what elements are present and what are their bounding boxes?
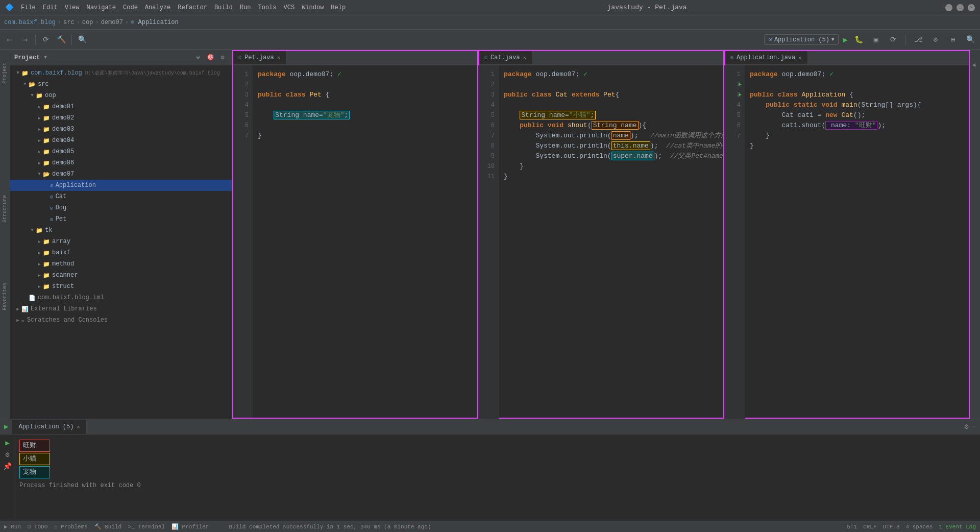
tree-demo01[interactable]: ▶ 📁 demo01 [10,101,232,112]
profiler-bottom-tab[interactable]: 📊 Profiler [172,524,209,530]
toolbar-btn-3[interactable]: ⟳ [39,33,53,46]
breadcrumb-oop[interactable]: oop [82,19,93,26]
menu-file[interactable]: File [18,3,39,12]
tree-tk[interactable]: ▼ 📁 tk [10,225,232,236]
breadcrumb-sep3: › [95,19,99,26]
run-minimize-btn[interactable]: ─ [972,422,976,431]
toolbar-btn-2[interactable]: ⟶ [18,33,32,46]
pet-tab-close[interactable]: ✕ [277,55,280,61]
menu-navigate[interactable]: Navigate [83,3,119,12]
debug-button[interactable]: 🐛 [852,33,865,46]
cat-tab-close[interactable]: ✕ [523,55,526,61]
tree-src[interactable]: ▼ 📂 src [10,79,232,90]
run-button[interactable]: ▶ [843,35,848,45]
tree-demo05[interactable]: ▶ 📁 demo05 [10,146,232,157]
breadcrumb-project[interactable]: com.baixf.blog [4,19,56,26]
tab-cat[interactable]: C Cat.java ✕ [478,50,533,64]
tree-pet[interactable]: ⊙ Pet [10,213,232,225]
tree-demo06[interactable]: ▶ 📁 demo06 [10,157,232,168]
menu-vcs[interactable]: VCS [281,3,298,12]
menu-edit[interactable]: Edit [40,3,61,12]
tree-demo02[interactable]: ▶ 📁 demo02 [10,112,232,124]
tree-root[interactable]: ▼ 📁 com.baixf.blog D:\桌面\寒假学习\Java\javas… [10,67,232,79]
editor-pane-pet: C Pet.java ✕ 1234567 package oop.demo07;… [232,50,478,419]
struct-icon: 📁 [43,283,50,290]
profile-button[interactable]: ⟳ [887,33,900,46]
settings-button[interactable]: ⚙ [929,33,942,46]
tab-pet[interactable]: C Pet.java ✕ [232,50,287,64]
notifications-label[interactable]: ⚑ [971,60,979,70]
tree-demo07[interactable]: ▼ 📂 demo07 [10,168,232,180]
breadcrumb-src[interactable]: src [63,19,75,26]
collapse-all-button[interactable]: ⊖ [193,53,203,63]
close-button[interactable]: ✕ [968,4,975,11]
toolbar-btn-1[interactable]: ⟵ [3,33,16,46]
cat-code-area[interactable]: package oop.demo07; ✓ public class Cat e… [499,65,724,419]
locate-file-button[interactable]: 🎯 [205,53,215,63]
tree-scratches[interactable]: ▶ ✏ Scratches and Consoles [10,315,232,326]
structure-side-label[interactable]: Structure [1,193,9,225]
tree-external-libs[interactable]: ▶ 📊 External Libraries [10,303,232,315]
tree-struct[interactable]: ▶ 📁 struct [10,281,232,292]
breadcrumb-current[interactable]: ⊙ Application [131,18,179,26]
run-settings-btn[interactable]: ⚙ [964,422,968,431]
tree-scanner[interactable]: ▶ 📁 scanner [10,270,232,281]
toolbar-sep-1 [35,35,36,45]
project-side-label[interactable]: Project [1,60,9,86]
breadcrumb-demo07[interactable]: demo07 [101,19,123,26]
run-stop-btn[interactable]: ⚙ [5,450,9,459]
vcs-button[interactable]: ⎇ [912,33,925,46]
iml-file-icon: 📄 [29,295,36,301]
menu-analyze[interactable]: Analyze [142,3,174,12]
favorites-side-label[interactable]: Favorites [1,281,9,312]
coverage-button[interactable]: ▣ [869,33,883,46]
run-config-selector[interactable]: ⊙ Application (5) ▼ [764,34,839,45]
todo-bottom-tab[interactable]: ☑ TODO [28,524,48,530]
menu-run[interactable]: Run [237,3,254,12]
run-again-btn[interactable]: ▶ [5,439,9,447]
menu-refactor[interactable]: Refactor [175,3,210,12]
menu-window[interactable]: Window [299,3,327,12]
tree-cat[interactable]: ⊙ Cat [10,191,232,202]
pet-code-area[interactable]: package oop.demo07; ✓ public class Pet {… [253,65,478,419]
tree-dog[interactable]: ⊙ Dog [10,202,232,213]
tree-method[interactable]: ▶ 📁 method [10,258,232,270]
run-config-dropdown-icon: ▼ [831,37,834,42]
tab-application[interactable]: ⊙ Application.java ✕ [724,50,808,64]
tree-demo04[interactable]: ▶ 📁 demo04 [10,135,232,146]
toolbar-search[interactable]: 🔍 [76,33,89,46]
tree-application[interactable]: ⊙ Application [10,180,232,191]
baixf-icon: 📁 [43,250,50,256]
layout-button[interactable]: ⊞ [946,33,960,46]
tree-array[interactable]: ▶ 📁 array [10,236,232,247]
panel-settings-button[interactable]: ⚙ [217,53,228,63]
menu-build[interactable]: Build [211,3,236,12]
output-xiaomao: 小猫 [19,453,50,465]
menu-view[interactable]: View [62,3,83,12]
terminal-bottom-tab[interactable]: >_ Terminal [128,524,165,530]
run-pin-btn[interactable]: 📌 [3,462,12,471]
tree-baixf[interactable]: ▶ 📁 baixf [10,247,232,258]
tab-run[interactable]: Application (5) ✕ [12,420,86,434]
menu-tools[interactable]: Tools [255,3,280,12]
app-code-area[interactable]: package oop.demo07; ✓ public class Appli… [745,65,970,419]
tree-iml[interactable]: 📄 com.baixf.blog.iml [10,292,232,303]
tree-demo03[interactable]: ▶ 📁 demo03 [10,124,232,135]
cat-label: Cat [56,193,67,200]
menu-help[interactable]: Help [328,3,349,12]
search-everywhere-button[interactable]: 🔍 [964,33,977,46]
demo02-icon: 📁 [43,115,50,122]
problems-bottom-tab[interactable]: ⚠ Problems [54,524,88,530]
tree-oop[interactable]: ▼ 📁 oop [10,90,232,101]
run-tab-close[interactable]: ✕ [77,424,80,430]
line-endings: CRLF [863,524,876,530]
maximize-button[interactable]: □ [957,4,964,11]
toolbar-btn-4[interactable]: 🔨 [55,33,68,46]
minimize-button[interactable]: ─ [945,4,952,11]
run-bottom-tab[interactable]: ▶ Run [4,524,21,530]
app-tab-close[interactable]: ✕ [798,55,801,61]
project-dropdown-icon[interactable]: ▼ [44,55,46,60]
menu-code[interactable]: Code [120,3,141,12]
event-log-link[interactable]: 1 Event Log [939,524,976,530]
build-bottom-tab[interactable]: 🔨 Build [94,524,122,530]
